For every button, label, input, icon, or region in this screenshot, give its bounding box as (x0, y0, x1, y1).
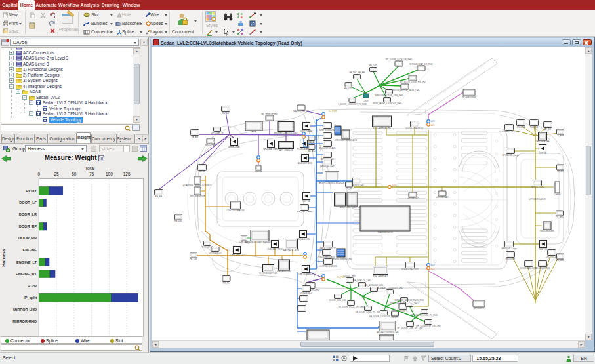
svg-text:PS_LHD: PS_LHD (369, 64, 378, 67)
svg-text:TRANSMISSION: TRANSMISSION (377, 231, 393, 233)
svg-text:SB_DOOR_LOCK_DR_LHD: SB_DOOR_LOCK_DR_LHD (338, 306, 364, 308)
svg-text:S_DOOR_LOCKOUT_PL_RHD: S_DOOR_LOCKOUT_PL_RHD (338, 103, 367, 106)
svg-text:UP/COMM-L2: UP/COMM-L2 (209, 252, 222, 254)
svg-text:GW/TPLA/AV: GW/TPLA/AV (300, 130, 314, 132)
svg-text:PR_PL: PR_PL (223, 282, 230, 285)
svg-text:PCB: PCB (252, 131, 256, 133)
svg-text:UP_COURTESY_DR_LHD: UP_COURTESY_DR_LHD (416, 325, 441, 327)
svg-text:IP_split: IP_split (24, 296, 37, 300)
svg-text:DOOR/HATCH STRB: DOOR/HATCH STRB (499, 131, 519, 133)
svg-text:SECU/P AV: SECU/P AV (205, 144, 216, 146)
svg-text:MA_AV2: MA_AV2 (308, 150, 316, 152)
svg-text:DOOR_LF: DOOR_LF (19, 201, 37, 205)
svg-text:RL SPK/DVD(D): RL SPK/DVD(D) (535, 267, 550, 270)
svg-text:ENGINE CONTROL UNIT: ENGINE CONTROL UNIT (274, 132, 298, 134)
svg-text:UP SHELF/BB: UP SHELF/BB (531, 186, 544, 189)
svg-text:CSP HB: CSP HB (539, 152, 546, 155)
svg-text:DOOR_RF: DOOR_RF (19, 224, 37, 228)
svg-text:MIRROR-RHD: MIRROR-RHD (12, 319, 37, 323)
svg-text:CSP HB: CSP HB (302, 200, 310, 203)
svg-text:TRQ/ALS LHD: TRQ/ALS LHD (297, 238, 310, 241)
svg-text:Harness: Harness (1, 249, 6, 267)
svg-text:CDE COLLIMATOR: CDE COLLIMATOR (226, 209, 245, 212)
svg-text:VA_TVC_HE_BB: VA_TVC_HE_BB (349, 71, 365, 74)
svg-text:PA_EM: PA_EM (155, 195, 163, 198)
svg-text:Hs_PWR: Hs_PWR (329, 110, 337, 113)
svg-text:SRS WEIGHT/B: SRS WEIGHT/B (190, 195, 205, 197)
svg-text:ENGINE: ENGINE (23, 248, 37, 252)
svg-text:PX/COM: PX/COM (517, 126, 525, 129)
svg-text:ENGINE: ENGINE (255, 171, 262, 173)
svg-text:SB_DOOR_LOCK_PL_RHD: SB_DOOR_LOCK_PL_RHD (355, 311, 381, 313)
svg-text:CHG+BATT BHD: CHG+BATT BHD (263, 148, 279, 150)
svg-text:UP COMP_W: UP COMP_W (211, 132, 223, 134)
svg-text:LIFTGATE LATCH: LIFTGATE LATCH (529, 198, 545, 201)
svg-text:SPOILER II: SPOILER II (474, 307, 484, 310)
svg-text:ADK_UNIT2 BHD: ADK_UNIT2 BHD (297, 211, 313, 213)
svg-text:DOOR_LR: DOOR_LR (19, 212, 37, 216)
svg-text:MU/AN: MU/AN (199, 171, 205, 173)
svg-text:PX_BR2: PX_BR2 (556, 259, 564, 262)
svg-text:0: 0 (37, 172, 40, 176)
svg-text:DOOR AZM LVL3 T: DOOR AZM LVL3 T (405, 127, 423, 130)
svg-text:UP/LDM/B+BB: UP/LDM/B+BB (536, 140, 550, 143)
svg-text:+X/COM-LAC: +X/COM-LAC (407, 197, 420, 200)
svg-text:MIRROR-LHD: MIRROR-LHD (13, 308, 37, 312)
svg-text:AY_BR: AY_BR (544, 128, 552, 131)
svg-text:PA_AW: PA_AW (222, 112, 230, 115)
svg-text:WINDOW_MOTOR_DRV_LHD: WINDOW_MOTOR_DRV_LHD (390, 302, 419, 305)
svg-text:MA_AV: MA_AV (308, 141, 316, 144)
svg-text:+X/COM-LAC: +X/COM-LAC (436, 196, 449, 199)
svg-text:ML_HIGH SPEED: ML_HIGH SPEED (261, 113, 278, 115)
svg-text:100: 100 (106, 172, 113, 176)
svg-text:CHE- BATT RHD: CHE- BATT RHD (267, 248, 283, 251)
svg-text:4.25: 4.25 (431, 124, 435, 127)
svg-text:BRAKE/CONTROL LHD: BRAKE/CONTROL LHD (377, 331, 399, 334)
svg-text:25: 25 (54, 172, 59, 176)
svg-text:Total: Total (85, 166, 95, 171)
svg-text:4.23: 4.23 (431, 264, 435, 266)
svg-text:DOOR AZM CVYT: DOOR AZM CVYT (401, 268, 419, 271)
svg-text:LVL3: LVL3 (364, 100, 369, 102)
svg-text:LIGHTING SW/GHD: LIGHTING SW/GHD (319, 265, 338, 268)
svg-text:BODY: BODY (26, 189, 37, 193)
svg-text:50: 50 (72, 172, 77, 176)
svg-text:SPKR-UR-Cargo: SPKR-UR-Cargo (501, 247, 517, 250)
svg-text:CHG-CHG-LT: CHG-CHG-LT (230, 254, 243, 256)
svg-text:4.23: 4.23 (431, 120, 435, 123)
svg-text:125: 125 (123, 172, 131, 176)
svg-text:(BRVR)SE-BHD: (BRVR)SE-BHD (320, 165, 335, 168)
svg-text:STEERING WHEEL/LHD: STEERING WHEEL/LHD (335, 139, 358, 142)
svg-text:4.25: 4.25 (431, 268, 435, 270)
svg-text:CHMSL: CHMSL (554, 193, 562, 196)
svg-text:BR20YDR: BR20YDR (506, 258, 516, 260)
svg-text:6EM/76 GW-LHD: 6EM/76 GW-LHD (319, 129, 336, 131)
svg-text:BATT GND LHD: BATT GND LHD (279, 149, 294, 152)
svg-text:PX_BR: PX_BR (557, 170, 564, 172)
svg-text:CHE_AVM: CHE_AVM (239, 241, 249, 243)
svg-text:Hs_PWR: Hs_PWR (337, 276, 346, 279)
svg-text:ENGINE_LT: ENGINE_LT (16, 260, 37, 264)
svg-text:SSD CAMERA II: SSD CAMERA II (373, 275, 388, 277)
svg-text:WT_DOOR_LOCK_PL_RHD: WT_DOOR_LOCK_PL_RHD (411, 314, 438, 317)
svg-text:SPOILER/Rear: SPOILER/Rear (462, 96, 476, 98)
svg-text:WT_DOOR_LOCK_PS_LHD: WT_DOOR_LOCK_PS_LHD (400, 81, 426, 83)
svg-text:SB_FUEL/DL_LHD: SB_FUEL/DL_LHD (354, 279, 371, 282)
svg-text:GERBINI/KVS: GERBINI/KVS (277, 270, 291, 273)
svg-text:PA_AW: PA_AW (192, 136, 199, 138)
svg-text:WINDOW_MOTOR_PASS_LHD: WINDOW_MOTOR_PASS_LHD (390, 89, 420, 92)
svg-text:WDW_VALET_LOCKOUT_RHD: WDW_VALET_LOCKOUT_RHD (373, 102, 402, 105)
svg-text:WT_DOOR_LOCK_DR_RHD: WT_DOOR_LOCK_DR_RHD (386, 58, 413, 61)
svg-text:75: 75 (89, 172, 94, 176)
svg-text:PS_LRD: PS_LRD (344, 87, 353, 90)
svg-text:ENGINE_RT: ENGINE_RT (16, 272, 37, 276)
svg-text:WT/SUN SEAT_DR_RHD: WT/SUN SEAT_DR_RHD (409, 63, 433, 66)
svg-text:H12B: H12B (28, 284, 37, 288)
svg-text:BAL/TECH+BCM: BAL/TECH+BCM (283, 249, 299, 252)
svg-text:PA_DSL: PA_DSL (190, 258, 197, 260)
svg-text:+Y_BRK: +Y_BRK (556, 134, 565, 137)
svg-text:ADK UNIT BHD: ADK UNIT BHD (298, 162, 313, 165)
svg-text:FUSE/JB: FUSE/JB (530, 126, 539, 129)
svg-text:+X/COM-L4 B: +X/COM-L4 B (545, 256, 558, 258)
svg-text:FL_WHEELSP/SSD: FL_WHEELSP/SSD (259, 272, 277, 275)
